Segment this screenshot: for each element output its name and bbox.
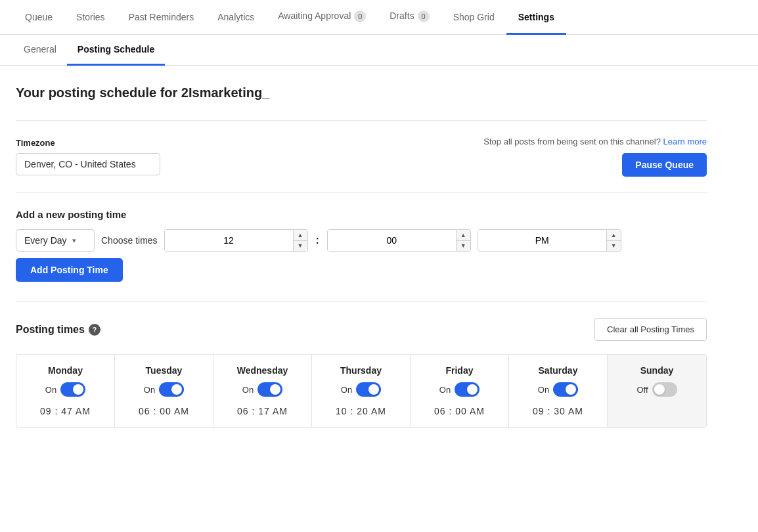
day-col-monday: MondayOn09 : 47 AM — [16, 355, 115, 427]
day-time: 06 : 00 AM — [417, 406, 502, 416]
day-status-label: On — [439, 385, 451, 395]
day-time: 09 : 30 AM — [516, 406, 600, 416]
toggle-thumb — [270, 384, 280, 395]
toggle-track — [356, 382, 381, 397]
badge-awaiting-approval: 0 — [354, 11, 366, 22]
day-grid: MondayOn09 : 47 AMTuesdayOn06 : 00 AMWed… — [16, 354, 707, 428]
top-nav-tab-past-reminders[interactable]: Past Reminders — [117, 1, 206, 35]
day-toggle-friday[interactable] — [455, 382, 479, 397]
hour-arrows: ▲ ▼ — [293, 231, 307, 251]
day-toggle-row: On — [516, 382, 600, 397]
day-toggle-row: On — [220, 382, 305, 397]
day-name: Thursday — [319, 365, 403, 376]
top-nav-tab-awaiting-approval[interactable]: Awaiting Approval0 — [266, 0, 378, 35]
day-col-saturday: SaturdayOn09 : 30 AM — [509, 355, 608, 427]
sub-nav-tab-posting-schedule[interactable]: Posting Schedule — [67, 35, 165, 66]
minute-down-button[interactable]: ▼ — [457, 241, 470, 251]
choose-times-label: Choose times — [101, 235, 158, 246]
day-dropdown-value: Every Day — [24, 235, 67, 246]
timezone-section: Timezone — [16, 138, 160, 175]
day-toggle-saturday[interactable] — [553, 382, 578, 397]
day-col-wednesday: WednesdayOn06 : 17 AM — [213, 355, 312, 427]
day-status-label: On — [144, 385, 155, 395]
chevron-down-icon: ▾ — [72, 236, 76, 245]
top-nav-tab-drafts[interactable]: Drafts0 — [378, 0, 441, 35]
hour-up-button[interactable]: ▲ — [294, 231, 307, 241]
posting-times-header: Posting times ? Clear all Posting Times — [16, 318, 707, 341]
day-name: Friday — [417, 365, 502, 376]
toggle-track — [455, 382, 479, 397]
top-nav-tab-shop-grid[interactable]: Shop Grid — [441, 1, 506, 35]
toggle-track — [257, 382, 282, 397]
ampm-up-button[interactable]: ▲ — [607, 231, 621, 241]
learn-more-link[interactable]: Learn more — [663, 137, 707, 146]
pause-queue-button[interactable]: Pause Queue — [622, 153, 707, 177]
day-toggle-row: Off — [614, 382, 700, 397]
day-col-friday: FridayOn06 : 00 AM — [411, 355, 509, 427]
day-name: Sunday — [614, 365, 700, 376]
day-name: Tuesday — [122, 365, 206, 376]
add-posting-label: Add a new posting time — [16, 209, 707, 220]
top-nav-tab-queue[interactable]: Queue — [13, 1, 64, 35]
toggle-track — [159, 382, 184, 397]
day-toggle-wednesday[interactable] — [257, 382, 282, 397]
badge-drafts: 0 — [418, 11, 430, 22]
add-posting-time-button[interactable]: Add Posting Time — [16, 258, 123, 282]
top-nav-tab-analytics[interactable]: Analytics — [206, 1, 266, 35]
minute-input[interactable] — [328, 230, 456, 251]
day-name: Monday — [23, 365, 108, 376]
day-time: 09 : 47 AM — [23, 406, 108, 416]
top-nav: QueueStoriesPast RemindersAnalyticsAwait… — [0, 0, 758, 35]
day-status-label: Off — [636, 385, 648, 395]
day-toggle-sunday[interactable] — [652, 382, 677, 397]
sub-nav: GeneralPosting Schedule — [0, 35, 758, 66]
timezone-input[interactable] — [16, 153, 160, 175]
day-col-sunday: SundayOff — [608, 355, 706, 427]
hour-down-button[interactable]: ▼ — [294, 241, 307, 251]
ampm-arrows: ▲ ▼ — [606, 231, 621, 251]
toggle-thumb — [171, 384, 182, 395]
day-time: 10 : 20 AM — [319, 406, 403, 416]
day-toggle-tuesday[interactable] — [159, 382, 184, 397]
timezone-label: Timezone — [16, 138, 160, 148]
section-title: Your posting schedule for 2Ismarketing_ — [16, 85, 707, 100]
ampm-spinner: ▲ ▼ — [478, 229, 621, 252]
day-name: Saturday — [516, 365, 600, 376]
day-time: 06 : 17 AM — [220, 406, 305, 416]
day-name: Wednesday — [220, 365, 305, 376]
sub-nav-tab-general[interactable]: General — [13, 35, 67, 66]
top-nav-tab-settings[interactable]: Settings — [506, 1, 566, 35]
minute-spinner: ▲ ▼ — [327, 229, 471, 252]
day-toggle-thursday[interactable] — [356, 382, 381, 397]
pause-info: Stop all posts from being sent on this c… — [483, 137, 707, 146]
posting-times-title: Posting times ? — [16, 324, 100, 336]
ampm-input[interactable] — [478, 230, 606, 251]
day-toggle-row: On — [417, 382, 502, 397]
minute-arrows: ▲ ▼ — [456, 231, 470, 251]
day-toggle-monday[interactable] — [60, 382, 85, 397]
clear-posting-times-button[interactable]: Clear all Posting Times — [594, 318, 707, 341]
day-col-thursday: ThursdayOn10 : 20 AM — [312, 355, 411, 427]
pause-queue-section: Stop all posts from being sent on this c… — [483, 137, 707, 177]
day-toggle-row: On — [319, 382, 403, 397]
main-content: Your posting schedule for 2Ismarketing_ … — [0, 66, 723, 447]
day-dropdown[interactable]: Every Day ▾ — [16, 229, 95, 252]
ampm-down-button[interactable]: ▼ — [607, 241, 621, 251]
day-status-label: On — [538, 385, 549, 395]
time-colon: : — [315, 234, 321, 246]
help-icon[interactable]: ? — [89, 324, 100, 336]
timezone-row: Timezone Stop all posts from being sent … — [16, 137, 707, 177]
day-status-label: On — [341, 385, 352, 395]
day-col-tuesday: TuesdayOn06 : 00 AM — [115, 355, 213, 427]
top-nav-tab-stories[interactable]: Stories — [64, 1, 117, 35]
day-toggle-row: On — [23, 382, 108, 397]
toggle-thumb — [566, 384, 576, 395]
toggle-thumb — [73, 384, 83, 395]
add-posting-row: Every Day ▾ Choose times ▲ ▼ : ▲ ▼ — [16, 229, 707, 282]
day-status-label: On — [242, 385, 254, 395]
hour-input[interactable] — [165, 230, 293, 251]
minute-up-button[interactable]: ▲ — [457, 231, 470, 241]
toggle-track — [553, 382, 578, 397]
toggle-thumb — [654, 384, 665, 395]
toggle-thumb — [368, 384, 379, 395]
